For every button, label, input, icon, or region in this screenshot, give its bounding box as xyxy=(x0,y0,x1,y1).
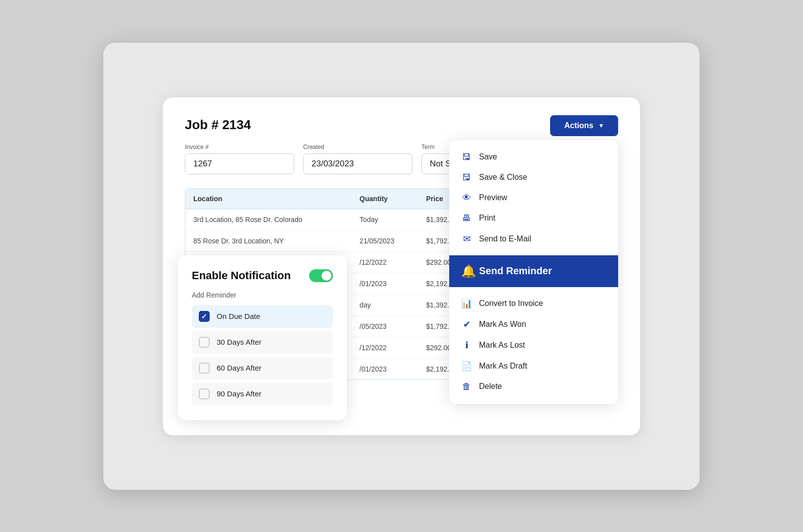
cell-quantity: 21/05/2023 xyxy=(352,230,418,251)
action-item-print[interactable]: 🖶Print xyxy=(449,208,618,228)
invoice-label: Invoice # xyxy=(185,144,294,151)
send-reminder-icon: 🔔 xyxy=(461,264,472,278)
checkbox-90-days xyxy=(199,388,210,399)
checkbox-30-days xyxy=(199,337,210,348)
mark-draft-icon: 📄 xyxy=(461,361,472,372)
reminder-option-60-days[interactable]: 60 Days After xyxy=(192,357,333,380)
cell-quantity: /01/2023 xyxy=(352,359,418,380)
action-label-delete: Delete xyxy=(479,382,502,391)
invoice-field-group: Invoice # xyxy=(185,144,294,174)
cell-location: 3rd Location, 85 Rose Dr. Colorado xyxy=(185,209,352,230)
reminder-label-60-days: 60 Days After xyxy=(217,364,261,372)
save-close-icon: 🖫 xyxy=(461,172,472,183)
action-label-mark-draft: Mark As Draft xyxy=(479,362,527,371)
action-item-send-reminder[interactable]: 🔔Send Reminder xyxy=(449,255,618,287)
reminder-options: ✓On Due Date30 Days After60 Days After90… xyxy=(192,305,333,405)
action-label-print: Print xyxy=(479,214,495,223)
reminder-label-on-due-date: On Due Date xyxy=(217,312,260,320)
cell-quantity: day xyxy=(352,295,418,315)
action-item-mark-won[interactable]: ✔Mark As Won xyxy=(449,314,618,335)
col-quantity: Quantity xyxy=(352,189,418,209)
action-item-save[interactable]: 🖫Save xyxy=(449,147,618,167)
action-label-save-close: Save & Close xyxy=(479,173,527,182)
action-item-mark-draft[interactable]: 📄Mark As Draft xyxy=(449,356,618,377)
reminder-label-30-days: 30 Days After xyxy=(217,338,261,346)
created-field-group: Created xyxy=(303,144,412,174)
notification-title: Enable Notification xyxy=(192,269,291,282)
reminder-option-30-days[interactable]: 30 Days After xyxy=(192,331,333,354)
cell-location: 85 Rose Dr. 3rd Location, NY xyxy=(185,230,352,251)
action-label-send-reminder: Send Reminder xyxy=(479,265,552,277)
cell-quantity: /12/2022 xyxy=(352,337,418,358)
reminder-option-90-days[interactable]: 90 Days After xyxy=(192,382,333,405)
notification-panel: Enable Notification Add Reminder ✓On Due… xyxy=(178,255,347,420)
action-label-convert: Convert to Invoice xyxy=(479,299,543,308)
main-card: Job # 2134 Invoice # Created Term Locati… xyxy=(163,97,640,435)
action-item-preview[interactable]: 👁Preview xyxy=(449,188,618,208)
invoice-input[interactable] xyxy=(185,153,294,174)
cell-quantity: /01/2023 xyxy=(352,273,418,294)
print-icon: 🖶 xyxy=(461,213,472,224)
cell-quantity: /12/2022 xyxy=(352,252,418,273)
action-item-delete[interactable]: 🗑Delete xyxy=(449,377,618,397)
mark-won-icon: ✔ xyxy=(461,319,472,330)
cell-quantity: Today xyxy=(352,209,418,230)
checkbox-60-days xyxy=(199,363,210,374)
chevron-down-icon: ▼ xyxy=(598,122,604,129)
add-reminder-label: Add Reminder xyxy=(192,291,333,299)
action-label-preview: Preview xyxy=(479,193,507,202)
email-icon: ✉ xyxy=(461,233,472,244)
mark-lost-icon: ℹ xyxy=(461,340,472,351)
actions-button[interactable]: Actions ▼ xyxy=(550,115,618,136)
checkmark-icon: ✓ xyxy=(201,312,207,320)
convert-icon: 📊 xyxy=(461,298,472,309)
save-icon: 🖫 xyxy=(461,152,472,162)
action-item-mark-lost[interactable]: ℹMark As Lost xyxy=(449,335,618,356)
preview-icon: 👁 xyxy=(461,193,472,203)
reminder-option-on-due-date[interactable]: ✓On Due Date xyxy=(192,305,333,328)
toggle-thumb xyxy=(321,271,331,281)
action-label-save: Save xyxy=(479,152,497,161)
cell-quantity: /05/2023 xyxy=(352,316,418,337)
col-location: Location xyxy=(185,189,352,209)
action-item-save-close[interactable]: 🖫Save & Close xyxy=(449,167,618,188)
action-label-mark-lost: Mark As Lost xyxy=(479,341,525,350)
checkbox-on-due-date: ✓ xyxy=(199,311,210,322)
action-item-email[interactable]: ✉Send to E-Mail xyxy=(449,228,618,249)
reminder-label-90-days: 90 Days After xyxy=(217,389,261,398)
created-label: Created xyxy=(303,144,412,151)
actions-dropdown: 🖫Save🖫Save & Close👁Preview🖶Print✉Send to… xyxy=(449,140,618,404)
notification-toggle[interactable] xyxy=(309,269,333,282)
action-item-convert[interactable]: 📊Convert to Invoice xyxy=(449,293,618,314)
notification-header: Enable Notification xyxy=(192,269,333,282)
created-input[interactable] xyxy=(303,153,412,174)
action-label-mark-won: Mark As Won xyxy=(479,320,526,329)
actions-label: Actions xyxy=(564,121,593,130)
scene: Job # 2134 Invoice # Created Term Locati… xyxy=(103,43,700,490)
action-label-email: Send to E-Mail xyxy=(479,234,531,243)
delete-icon: 🗑 xyxy=(461,381,472,392)
